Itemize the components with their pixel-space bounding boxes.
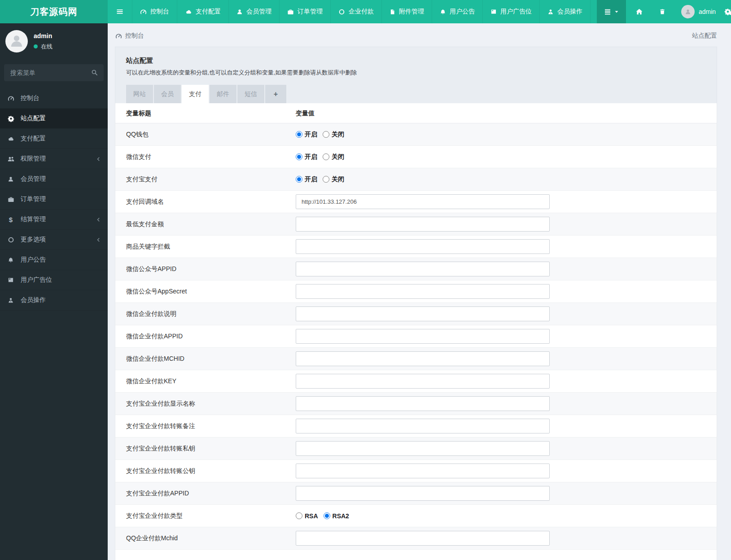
sidebar-menu: 控制台 站点配置 支付配置 权限管理 会员管理 订单管理 $ 结算管理 更多选项… [0,88,108,311]
row-text-input[interactable] [296,486,550,501]
radio-option[interactable]: 关闭 [323,175,344,184]
navbar-item-member-ops[interactable]: 会员操作 [540,0,591,23]
row-label: 最低支付金额 [126,220,296,228]
sidebar-item-member-manage[interactable]: 会员管理 [0,169,108,189]
radio-option[interactable]: 开启 [296,153,317,161]
breadcrumb-console-link[interactable]: 控制台 [115,32,144,40]
tab-mail[interactable]: 邮件 [210,85,236,103]
tab-sms[interactable]: 短信 [237,85,264,103]
sidebar-item-console[interactable]: 控制台 [0,88,108,109]
row-value: 开启关闭 [296,153,706,161]
trash-icon [659,8,665,15]
radio-input[interactable] [323,176,329,183]
circle-icon [338,9,345,15]
config-rows: QQ钱包 开启关闭 微信支付 开启关闭 支付宝支付 开启关闭 支付回调域名 最低… [115,123,717,550]
tab-website[interactable]: 网站 [126,85,153,103]
row-text-input[interactable] [296,419,550,433]
tab-add[interactable]: + [265,85,286,103]
sidebar-item-order-manage[interactable]: 订单管理 [0,189,108,210]
user-status[interactable]: 在线 [34,43,53,51]
row-text-input[interactable] [296,262,550,276]
row-text-input[interactable] [296,374,550,389]
row-text-input[interactable] [296,531,550,546]
home-button[interactable] [629,0,650,23]
radio-input[interactable] [324,512,330,519]
table-row: 支付宝企业付款类型 RSARSA2 [115,505,717,527]
row-text-input[interactable] [296,194,550,209]
row-label: 支付宝企业付款转账公钥 [126,467,296,475]
chevron-left-icon [96,157,101,162]
navbar-item-member-manage[interactable]: 会员管理 [229,0,280,23]
navbar-item-order-manage[interactable]: 订单管理 [280,0,331,23]
radio-input[interactable] [296,512,302,519]
settings-button[interactable] [724,0,731,23]
navbar-item-console[interactable]: 控制台 [132,0,177,23]
navbar-item-attachment-manage[interactable]: 附件管理 [382,0,432,23]
navbar-item-pay-config[interactable]: 支付配置 [177,0,229,23]
table-row: QQ企业付款Mchid [115,527,717,550]
sidebar-username: admin [34,32,53,39]
dashboard-icon [140,9,147,15]
sidebar-item-pay-config[interactable]: 支付配置 [0,129,108,149]
row-label: 商品关键字拦截 [126,243,296,251]
sidebar-user-panel: admin 在线 [0,23,108,59]
tab-pay[interactable]: 支付 [182,85,209,103]
row-text-input[interactable] [296,351,550,366]
navbar-item-user-adslot[interactable]: 用户广告位 [483,0,540,23]
sidebar-item-settle-manage[interactable]: $ 结算管理 [0,210,108,230]
radio-option[interactable]: RSA [296,512,318,520]
row-value [296,486,706,501]
radio-input[interactable] [323,153,329,160]
navbar-item-corp-pay[interactable]: 企业付款 [331,0,382,23]
table-row: 微信企业付款说明 [115,303,717,325]
sidebar-item-permission-manage[interactable]: 权限管理 [0,149,108,169]
row-value [296,374,706,389]
row-text-input[interactable] [296,441,550,456]
briefcase-icon [287,9,294,15]
tab-member[interactable]: 会员 [154,85,181,103]
sidebar-item-user-notice[interactable]: 用户公告 [0,250,108,270]
radio-option[interactable]: RSA2 [324,512,349,520]
search-input[interactable] [4,64,104,81]
row-label: 支付宝企业付款类型 [126,512,296,520]
radio-option[interactable]: 关闭 [323,131,344,139]
breadcrumb-left-label: 控制台 [125,32,144,40]
row-text-input[interactable] [296,239,550,254]
row-value [296,396,706,411]
radio-input[interactable] [296,176,302,183]
table-row: 支付宝企业付款转账公钥 [115,460,717,482]
row-text-input[interactable] [296,284,550,299]
table-row: 支付宝企业付款转账备注 [115,415,717,438]
row-label: 支付宝企业付款转账备注 [126,422,296,430]
row-text-input[interactable] [296,464,550,478]
navbar-user-menu[interactable]: admin [676,0,721,23]
sidebar-item-member-ops[interactable]: 会员操作 [0,290,108,311]
row-text-input[interactable] [296,396,550,411]
row-label: 微信支付 [126,153,296,161]
sidebar-item-user-adslot[interactable]: 用户广告位 [0,270,108,290]
home-icon [635,8,643,15]
row-label: 支付回调域名 [126,198,296,206]
row-text-input[interactable] [296,217,550,232]
row-text-input[interactable] [296,329,550,344]
sidebar-item-more-options[interactable]: 更多选项 [0,230,108,250]
radio-option[interactable]: 开启 [296,175,317,184]
tab-bar: 网站 会员 支付 邮件 短信 + [126,85,706,103]
site-config-card: 站点配置 可以在此增改系统的变量和分组,也可以自定义分组和变量,如果需要删除请从… [115,47,717,560]
radio-input[interactable] [296,153,302,160]
dollar-icon: $ [7,216,15,223]
navbar-item-user-notice[interactable]: 用户公告 [432,0,483,23]
radio-input[interactable] [323,131,329,138]
sidebar-toggle-button[interactable] [108,0,132,23]
radio-input[interactable] [296,131,302,138]
search-icon[interactable] [91,69,98,78]
radio-option[interactable]: 关闭 [323,153,344,161]
person-icon [547,9,554,15]
list-dropdown-button[interactable] [597,0,626,23]
app-logo[interactable]: 刀客源码网 [0,0,108,23]
table-row: 支付宝企业付款APPID [115,482,717,505]
sidebar-item-site-config[interactable]: 站点配置 [0,109,108,129]
trash-button[interactable] [652,0,672,23]
row-text-input[interactable] [296,306,550,321]
radio-option[interactable]: 开启 [296,131,317,139]
